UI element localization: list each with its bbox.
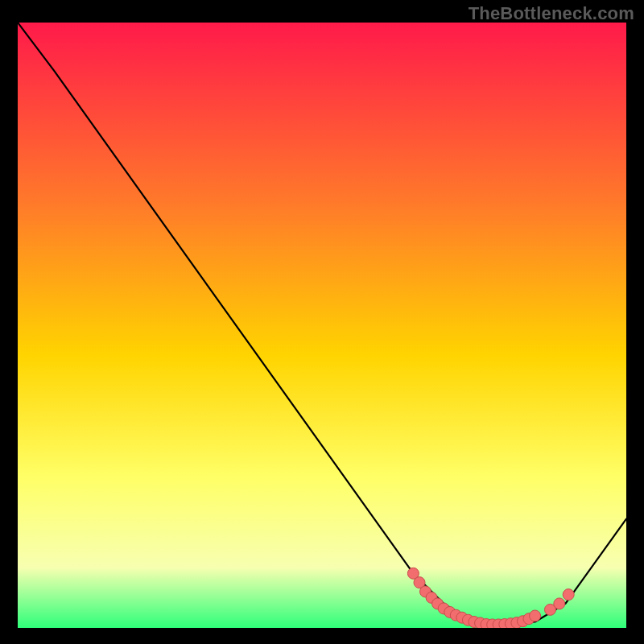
data-marker [563, 589, 574, 601]
gradient-background [18, 23, 626, 628]
data-marker [530, 610, 541, 621]
chart-frame: TheBottleneck.com [0, 0, 644, 644]
data-marker [554, 598, 565, 609]
bottleneck-chart [18, 23, 626, 628]
watermark-text: TheBottleneck.com [469, 3, 634, 24]
plot-area [18, 23, 626, 628]
